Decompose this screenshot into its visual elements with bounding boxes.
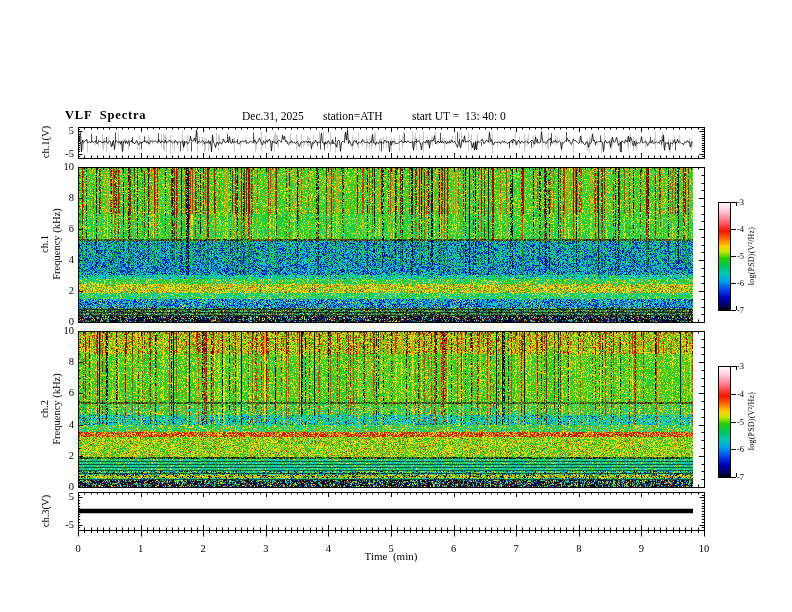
x-tick-label: 8 — [576, 544, 581, 555]
header-start-ut: start UT = 13: 40: 0 — [412, 111, 506, 123]
spec1-y-tick-label: 6 — [69, 224, 74, 235]
colorbar1-tick-label: -3 — [737, 198, 744, 207]
spec2-y-tick-label: 10 — [64, 326, 75, 337]
colorbar1-tick-label: -6 — [737, 279, 744, 288]
ch1-y-tick-label: 5 — [69, 126, 74, 137]
x-tick-label: 6 — [451, 544, 456, 555]
colorbar2-tick-label: -6 — [737, 445, 744, 454]
colorbar1-tick-label: -4 — [737, 225, 744, 234]
header-date: Dec.31, 2025 — [242, 111, 304, 123]
spec1-y-tick-label: 4 — [69, 255, 74, 266]
colorbar1-label: log(PSD)(V²/Hz) — [748, 227, 756, 285]
colorbar2-tick-label: -4 — [737, 390, 744, 399]
colorbar2-label: log(PSD)(V²/Hz) — [748, 392, 756, 450]
spec2-y-tick-label: 6 — [69, 388, 74, 399]
x-tick-label: 7 — [514, 544, 519, 555]
x-tick-label: 9 — [639, 544, 644, 555]
spec1-ylabel: ch.1 Frequency (kHz) — [39, 208, 63, 279]
figure-title: VLF Spectra — [65, 109, 146, 122]
x-tick-label: 1 — [138, 544, 143, 555]
spec1-frequency-label: Frequency (kHz) — [51, 208, 63, 279]
spec2-channel-label: ch.2 — [39, 373, 51, 444]
ch1-wave-ylabel: ch.1(V) — [41, 126, 52, 158]
x-tick-label: 2 — [201, 544, 206, 555]
colorbar2-tick-label: -7 — [737, 473, 744, 482]
ch3-y-tick-label: 5 — [69, 492, 74, 503]
plot-canvas — [0, 0, 792, 612]
colorbar2-tick-label: -5 — [737, 417, 744, 426]
ch3-y-tick-label: -5 — [65, 519, 74, 530]
spec2-frequency-label: Frequency (kHz) — [51, 373, 63, 444]
colorbar1-tick-label: -5 — [737, 252, 744, 261]
spec1-channel-label: ch.1 — [39, 208, 51, 279]
spec2-y-tick-label: 4 — [69, 419, 74, 430]
x-tick-label: 5 — [388, 544, 393, 555]
colorbar1-tick-label: -7 — [737, 306, 744, 315]
x-tick-label: 3 — [263, 544, 268, 555]
colorbar2-tick-label: -3 — [737, 362, 744, 371]
spec2-ylabel: ch.2 Frequency (kHz) — [39, 373, 63, 444]
x-tick-label: 4 — [326, 544, 331, 555]
header-station: station=ATH — [323, 111, 383, 123]
spec1-y-tick-label: 2 — [69, 286, 74, 297]
spec1-y-tick-label: 10 — [64, 162, 75, 173]
ch3-wave-ylabel: ch.3(V) — [41, 495, 52, 527]
spec2-y-tick-label: 2 — [69, 451, 74, 462]
x-tick-label: 0 — [75, 544, 80, 555]
spec1-y-tick-label: 8 — [69, 193, 74, 204]
ch1-y-tick-label: -5 — [65, 148, 74, 159]
x-tick-label: 10 — [699, 544, 710, 555]
spec2-y-tick-label: 8 — [69, 357, 74, 368]
vlf-spectra-figure: VLF Spectra Dec.31, 2025 station=ATH sta… — [0, 0, 792, 612]
